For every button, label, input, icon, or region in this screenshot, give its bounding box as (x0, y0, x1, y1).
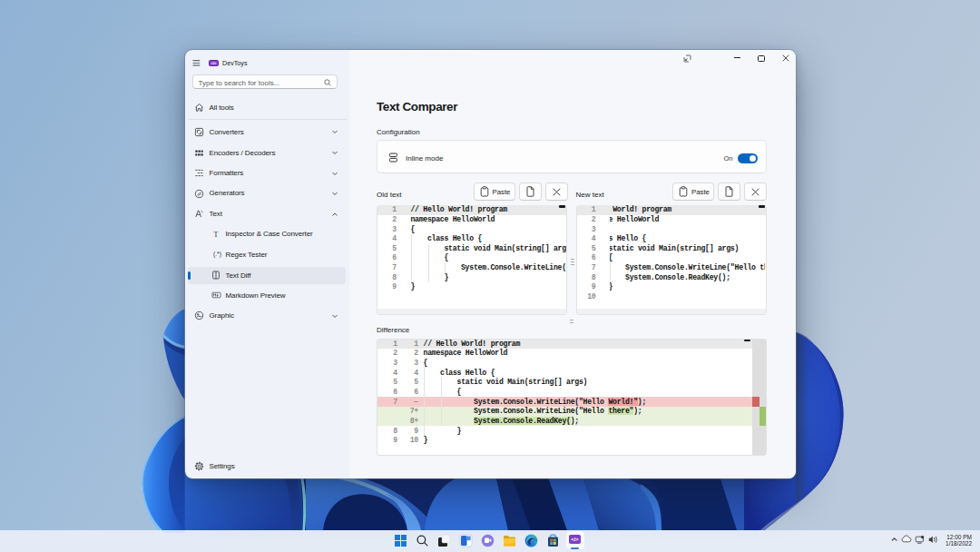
svg-text:(.*): (.*) (213, 251, 221, 258)
svg-text:T: T (214, 231, 219, 239)
